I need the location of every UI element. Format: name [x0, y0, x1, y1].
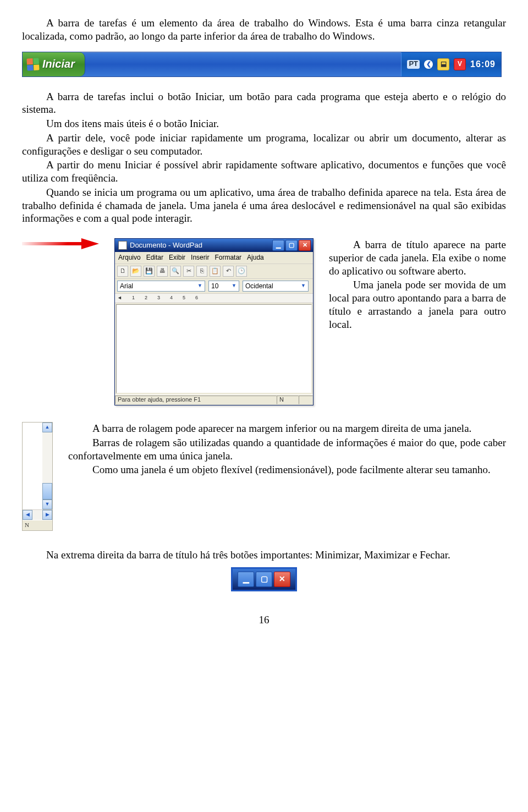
scroll-right-icon[interactable]: ▶	[42, 510, 52, 520]
vertical-scrollbar[interactable]: ▲ ▼	[42, 423, 52, 509]
horizontal-scrollbar[interactable]: ◀ ▶	[23, 509, 52, 520]
paste-icon[interactable]: 📋	[210, 266, 221, 277]
minimize-button[interactable]: ▁	[238, 572, 254, 587]
window-title: Documento - WordPad	[130, 241, 270, 250]
date-icon[interactable]: 🕒	[236, 266, 247, 277]
window-buttons-closeup: ▁ ▢ ✕	[231, 567, 297, 591]
cut-icon[interactable]: ✂	[183, 266, 194, 277]
maximize-button[interactable]: ▢	[256, 572, 272, 587]
paragraph: Quando se inicia um programa ou um aplic…	[22, 186, 506, 225]
font-script-combo[interactable]: Ocidental▼	[243, 281, 309, 292]
menu-item[interactable]: Formatar	[215, 254, 241, 262]
paragraph: Como uma janela é um objeto flexível (re…	[68, 463, 506, 476]
copy-icon[interactable]: ⎘	[196, 266, 207, 277]
menu-item[interactable]: Exibir	[169, 254, 185, 262]
app-icon	[118, 241, 127, 250]
paragraph: Um dos itens mais úteis é o botão Inicia…	[22, 117, 506, 130]
font-script-value: Ocidental	[245, 282, 273, 290]
font-size-value: 10	[211, 282, 218, 290]
open-icon[interactable]: 📂	[130, 266, 141, 277]
font-name-combo[interactable]: Arial▼	[117, 281, 205, 292]
paragraph: A barra de tarefas inclui o botão Inicia…	[22, 90, 506, 117]
chevron-down-icon: ▼	[232, 283, 237, 289]
menu-item[interactable]: Arquivo	[118, 254, 141, 262]
toolbar: 🗋 📂 💾 🖶 🔍 ✂ ⎘ 📋 ↶ 🕒	[115, 264, 313, 279]
start-button[interactable]: Iniciar	[23, 52, 85, 76]
minimize-button[interactable]: ▁	[272, 240, 284, 251]
taskbar-middle	[85, 52, 402, 76]
menu-item[interactable]: Inserir	[191, 254, 209, 262]
menu-item[interactable]: Ajuda	[247, 254, 264, 262]
status-indicator: N	[23, 520, 52, 530]
ruler: ◄ 1 2 3 4 5 6	[115, 294, 313, 303]
paragraph: A partir do menu Iniciar é possível abri…	[22, 158, 506, 185]
menu-item[interactable]: Editar	[146, 254, 163, 262]
format-bar: Arial▼ 10▼ Ocidental▼	[115, 279, 313, 294]
status-indicator: N	[277, 396, 299, 404]
close-button[interactable]: ✕	[274, 572, 290, 587]
windows-taskbar: Iniciar PT ❮ ⬓ V 16:09	[22, 52, 502, 77]
chevron-down-icon: ▼	[301, 283, 306, 289]
paragraph: A barra de tarefas é um elemento da área…	[22, 17, 506, 43]
status-bar: Para obter ajuda, pressione F1 N	[115, 394, 313, 405]
status-text: Para obter ajuda, pressione F1	[115, 396, 277, 404]
print-icon[interactable]: 🖶	[157, 266, 168, 277]
scroll-thumb[interactable]	[42, 483, 52, 500]
windows-logo-icon	[26, 58, 39, 70]
system-tray: PT ❮ ⬓ V 16:09	[401, 52, 501, 76]
paragraph: Barras de rolagem são utilizadas quando …	[68, 436, 506, 463]
document-corner: ▲ ▼	[23, 423, 52, 509]
language-indicator[interactable]: PT	[407, 60, 420, 69]
scroll-down-icon[interactable]: ▼	[42, 500, 52, 509]
tray-shield-icon[interactable]: ⬓	[437, 58, 449, 70]
title-bar[interactable]: Documento - WordPad ▁ ▢ ✕	[115, 239, 313, 252]
scrollbar-snippet: ▲ ▼ ◀ ▶ N	[22, 422, 53, 531]
paragraph: A barra de rolagem pode aparecer na marg…	[68, 422, 506, 435]
paragraph: Uma janela pode ser movida de um local p…	[329, 278, 506, 331]
start-button-label: Iniciar	[42, 57, 75, 71]
chevron-down-icon: ▼	[197, 283, 202, 289]
paragraph: Na extrema direita da barra de título há…	[22, 548, 506, 562]
resize-grip-icon[interactable]	[299, 396, 313, 404]
close-button[interactable]: ✕	[299, 240, 311, 251]
find-icon[interactable]: 🔍	[170, 266, 181, 277]
new-icon[interactable]: 🗋	[117, 266, 128, 277]
maximize-button[interactable]: ▢	[285, 240, 298, 251]
wordpad-window: Documento - WordPad ▁ ▢ ✕ Arquivo Editar…	[114, 238, 314, 405]
undo-icon[interactable]: ↶	[223, 266, 234, 277]
save-icon[interactable]: 💾	[144, 266, 155, 277]
document-area[interactable]	[116, 304, 312, 393]
scroll-left-icon[interactable]: ◀	[23, 510, 32, 520]
clock: 16:09	[470, 59, 496, 70]
font-size-combo[interactable]: 10▼	[208, 281, 239, 292]
font-name-value: Arial	[120, 282, 133, 290]
red-arrow-icon	[22, 238, 99, 249]
tray-expand-icon[interactable]: ❮	[424, 60, 433, 69]
scroll-up-icon[interactable]: ▲	[42, 423, 52, 432]
paragraph: A partir dele, você pode iniciar rapidam…	[22, 131, 506, 158]
paragraph: A barra de título aparece na parte super…	[329, 238, 506, 277]
page-number: 16	[22, 613, 506, 627]
tray-antivirus-icon[interactable]: V	[454, 58, 466, 70]
menu-bar: Arquivo Editar Exibir Inserir Formatar A…	[115, 252, 313, 264]
